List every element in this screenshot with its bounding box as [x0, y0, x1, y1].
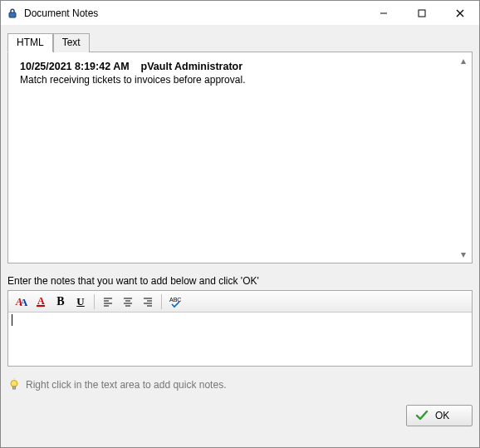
ok-button[interactable]: OK [406, 405, 473, 426]
align-center-button[interactable] [118, 293, 138, 311]
lock-icon [6, 7, 19, 20]
note-timestamp: 10/25/2021 8:19:42 AM [20, 61, 130, 72]
scroll-down-icon: ▾ [461, 249, 466, 259]
font-color-button[interactable]: A [31, 293, 51, 311]
dialog-button-row: OK [7, 405, 473, 426]
text-caret [12, 314, 12, 326]
close-button[interactable] [441, 1, 479, 25]
font-button[interactable]: A A [11, 293, 31, 311]
check-icon [415, 409, 429, 422]
svg-rect-2 [419, 10, 425, 17]
hint-row: Right click in the text area to add quic… [7, 378, 473, 391]
minimize-button[interactable] [365, 1, 403, 25]
note-body: Match receiving tickets to invoices befo… [20, 74, 457, 86]
editor-toolbar: A A A B U [8, 291, 472, 313]
svg-text:A: A [37, 295, 45, 307]
lightbulb-icon [7, 378, 21, 391]
note-author: pVault Administrator [141, 61, 242, 72]
hint-text: Right click in the text area to add quic… [26, 379, 226, 391]
svg-text:ABC: ABC [169, 297, 181, 303]
svg-text:A: A [20, 296, 27, 308]
window-title: Document Notes [24, 7, 365, 19]
toolbar-separator [94, 294, 95, 309]
tab-text[interactable]: Text [53, 33, 90, 52]
title-bar: Document Notes [1, 1, 479, 26]
align-left-button[interactable] [98, 293, 118, 311]
scroll-up-icon: ▴ [461, 56, 466, 66]
note-header: 10/25/2021 8:19:42 AMpVault Administrato… [20, 61, 457, 72]
spellcheck-button[interactable]: ABC [165, 293, 185, 311]
notes-display-panel: 10/25/2021 8:19:42 AMpVault Administrato… [7, 52, 473, 263]
tab-html[interactable]: HTML [7, 33, 53, 52]
tab-strip: HTML Text [7, 32, 473, 52]
scrollbar[interactable]: ▴ ▾ [457, 56, 470, 259]
ok-button-label: OK [435, 410, 449, 421]
svg-rect-0 [9, 12, 16, 17]
instruction-label: Enter the notes that you want to add bel… [7, 275, 473, 287]
svg-rect-23 [13, 386, 16, 389]
window-buttons [365, 1, 479, 25]
maximize-button[interactable] [403, 1, 441, 25]
svg-point-22 [11, 381, 17, 387]
bold-button[interactable]: B [51, 293, 71, 311]
notes-input[interactable] [8, 313, 472, 366]
toolbar-separator [161, 294, 162, 309]
client-area: HTML Text 10/25/2021 8:19:42 AMpVault Ad… [1, 26, 479, 447]
align-right-button[interactable] [138, 293, 158, 311]
underline-button[interactable]: U [71, 293, 91, 311]
svg-rect-8 [37, 305, 45, 307]
editor-container: A A A B U [7, 290, 473, 367]
